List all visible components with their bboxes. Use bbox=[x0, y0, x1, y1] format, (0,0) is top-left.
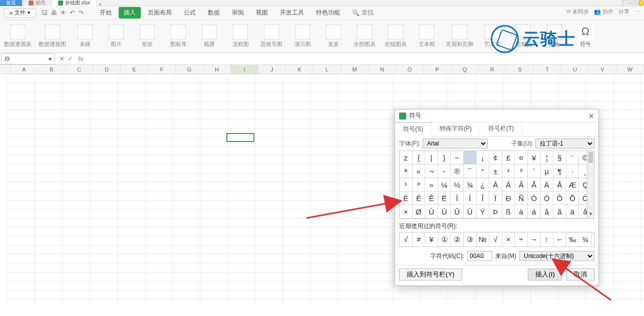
tab-data[interactable]: 数据 bbox=[203, 7, 225, 18]
char-cell[interactable]: Ñ bbox=[515, 192, 528, 205]
char-cell[interactable]: ³ bbox=[515, 164, 528, 178]
collab-button[interactable]: 👥 协作 bbox=[594, 8, 613, 16]
char-cell[interactable]: Ô bbox=[553, 192, 566, 205]
cmd-textbox[interactable]: 文本框 bbox=[415, 22, 439, 50]
char-cell[interactable]: ¡ bbox=[477, 151, 490, 164]
char-cell[interactable]: Ê bbox=[425, 192, 438, 205]
dialog-tab-symbols[interactable]: 符号(S) bbox=[395, 122, 432, 136]
char-cell[interactable]: ã bbox=[553, 205, 566, 218]
col-header-B[interactable]: B bbox=[38, 65, 66, 74]
char-scrollbar[interactable]: ▲ ▼ bbox=[587, 151, 594, 218]
char-cell[interactable]: ¼ bbox=[438, 178, 451, 192]
char-cell[interactable]: ~ bbox=[451, 151, 464, 164]
char-cell[interactable]: Í bbox=[464, 192, 477, 205]
char-cell[interactable]: Ù bbox=[425, 205, 438, 218]
char-cell[interactable]: ¢ bbox=[489, 151, 502, 164]
doc-tab-home[interactable]: 首页 bbox=[0, 0, 23, 6]
char-cell[interactable]: ¦ bbox=[541, 151, 554, 164]
tab-devtools[interactable]: 开发工具 bbox=[275, 7, 309, 18]
undo-icon[interactable]: ↶ bbox=[70, 9, 75, 16]
char-cell[interactable]: } bbox=[438, 151, 451, 164]
cmd-mindmap[interactable]: 思维导图 bbox=[259, 22, 283, 50]
char-cell[interactable]: ¹ bbox=[400, 178, 413, 192]
char-cell[interactable]: Ã bbox=[528, 178, 541, 192]
char-cell[interactable]: á bbox=[528, 205, 541, 218]
col-header-C[interactable]: C bbox=[66, 65, 93, 74]
char-cell[interactable]: ß bbox=[502, 205, 515, 218]
col-header-H[interactable]: H bbox=[203, 65, 231, 74]
share-button[interactable]: 分享 bbox=[618, 8, 629, 16]
col-header-O[interactable]: O bbox=[396, 65, 424, 74]
user-avatar-icon[interactable] bbox=[638, 0, 644, 6]
recent-char-cell[interactable]: ② bbox=[451, 232, 464, 246]
font-select[interactable]: Arial bbox=[423, 138, 488, 148]
name-box[interactable]: I9 ▾ bbox=[1, 54, 55, 64]
col-header-I[interactable]: I bbox=[231, 65, 258, 74]
char-cell[interactable]: ¿ bbox=[477, 178, 490, 192]
doc-tab-file[interactable]: 折线图.xlsx bbox=[52, 0, 97, 6]
char-cell[interactable]: ª bbox=[400, 164, 413, 178]
ribbon-search[interactable]: 🔍 查找 bbox=[352, 8, 374, 17]
col-header-A[interactable]: A bbox=[11, 65, 38, 74]
char-cell[interactable]: - bbox=[438, 164, 451, 178]
col-header-L[interactable]: L bbox=[313, 65, 341, 74]
recent-char-cell[interactable]: → bbox=[528, 232, 541, 246]
char-cell[interactable]: ¬ bbox=[425, 164, 438, 178]
char-cell[interactable]: « bbox=[413, 164, 426, 178]
win-btn-1[interactable]: □ bbox=[622, 0, 628, 6]
recent-char-cell[interactable]: ↑ bbox=[541, 232, 554, 246]
char-cell[interactable]: ¨ bbox=[566, 151, 579, 164]
char-cell[interactable]: Ò bbox=[528, 192, 541, 205]
char-cell[interactable]: ¶ bbox=[553, 164, 566, 178]
preview-icon[interactable]: 👁 bbox=[60, 9, 67, 16]
insert-to-bar-button[interactable]: 插入到符号栏(Y) bbox=[399, 268, 462, 280]
cmd-iconlib[interactable]: 图标库 bbox=[166, 22, 190, 50]
char-cell[interactable]: ± bbox=[489, 164, 502, 178]
char-cell[interactable]: Ó bbox=[541, 192, 554, 205]
select-all-corner[interactable] bbox=[0, 65, 11, 74]
col-header-M[interactable]: M bbox=[341, 65, 369, 74]
cmd-headerfooter[interactable]: 页眉和页脚 bbox=[446, 22, 473, 50]
save-icon[interactable]: 🖫 bbox=[41, 9, 48, 16]
dialog-titlebar[interactable]: 符号 ✕ bbox=[395, 110, 598, 122]
recent-char-cell[interactable]: ‰ bbox=[566, 232, 579, 246]
print-icon[interactable]: 🖶 bbox=[51, 9, 57, 16]
char-cell[interactable]: Ø bbox=[413, 205, 426, 218]
cmd-table[interactable]: 表格 bbox=[73, 22, 97, 50]
active-cell[interactable] bbox=[226, 133, 254, 142]
char-cell[interactable]: ¥ bbox=[528, 151, 541, 164]
char-cell[interactable]: È bbox=[400, 192, 413, 205]
char-cell[interactable]: ² bbox=[502, 164, 515, 178]
close-icon[interactable]: ✕ bbox=[588, 112, 594, 120]
cancel-button[interactable]: 取消 bbox=[566, 268, 594, 280]
char-cell[interactable]: Ú bbox=[438, 205, 451, 218]
col-header-P[interactable]: P bbox=[424, 65, 451, 74]
char-cell[interactable]: Ï bbox=[489, 192, 502, 205]
cmd-flowchart[interactable]: 流程图 bbox=[228, 22, 252, 50]
recent-char-cell[interactable]: ÷ bbox=[515, 232, 528, 246]
win-btn-2[interactable]: ▭ bbox=[629, 0, 635, 6]
char-cell[interactable]: º bbox=[413, 178, 426, 192]
cmd-symbol[interactable]: Ω符号 bbox=[573, 22, 597, 50]
col-header-D[interactable]: D bbox=[93, 65, 121, 74]
char-cell[interactable]: Þ bbox=[489, 205, 502, 218]
cmd-screenshot[interactable]: 截屏 bbox=[197, 22, 221, 50]
char-cell[interactable]: · bbox=[566, 164, 579, 178]
formula-input[interactable] bbox=[85, 54, 644, 64]
char-cell[interactable]: | bbox=[425, 151, 438, 164]
char-cell[interactable]: Î bbox=[477, 192, 490, 205]
cmd-picture[interactable]: 图片 bbox=[104, 22, 128, 50]
col-header-K[interactable]: K bbox=[286, 65, 313, 74]
tab-formula[interactable]: 公式 bbox=[179, 7, 201, 18]
char-cell[interactable]: à bbox=[515, 205, 528, 218]
recent-char-cell[interactable]: № bbox=[477, 232, 490, 246]
recent-char-cell[interactable]: ¾ bbox=[579, 232, 592, 246]
confirm-icon[interactable]: ✓ bbox=[68, 55, 73, 62]
redo-icon[interactable]: ↷ bbox=[78, 9, 84, 16]
char-cell[interactable]: Ð bbox=[502, 192, 515, 205]
char-cell[interactable]: × bbox=[400, 205, 413, 218]
cmd-onlinecharts[interactable]: 在线图表 bbox=[384, 22, 408, 50]
col-header-U[interactable]: U bbox=[561, 65, 589, 74]
dialog-tab-special[interactable]: 特殊字符(P) bbox=[432, 122, 480, 136]
char-cell[interactable]: Â bbox=[515, 178, 528, 192]
